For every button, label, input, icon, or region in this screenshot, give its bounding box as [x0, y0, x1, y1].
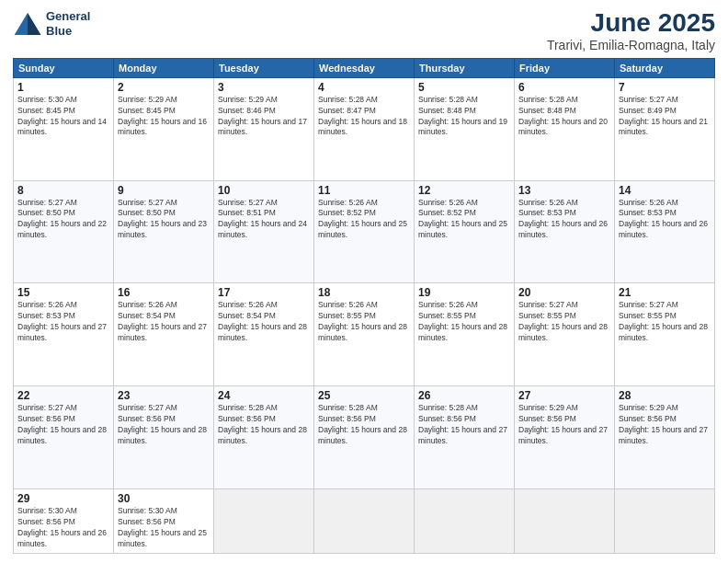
day-number: 17 — [218, 286, 310, 299]
day-info: Sunrise: 5:28 AMSunset: 8:48 PMDaylight:… — [518, 95, 610, 139]
table-row: 13Sunrise: 5:26 AMSunset: 8:53 PMDayligh… — [515, 180, 615, 283]
day-info: Sunrise: 5:29 AMSunset: 8:46 PMDaylight:… — [218, 95, 310, 139]
day-info: Sunrise: 5:29 AMSunset: 8:45 PMDaylight:… — [118, 95, 210, 139]
day-info: Sunrise: 5:30 AMSunset: 8:45 PMDaylight:… — [17, 95, 109, 139]
day-number: 18 — [318, 286, 410, 299]
page: General Blue June 2025 Trarivi, Emilia-R… — [0, 0, 728, 563]
day-number: 13 — [518, 184, 610, 197]
svg-marker-1 — [28, 13, 40, 35]
day-number: 11 — [318, 184, 410, 197]
col-wednesday: Wednesday — [314, 58, 415, 77]
logo-icon — [13, 11, 42, 37]
table-row: 28Sunrise: 5:29 AMSunset: 8:56 PMDayligh… — [615, 386, 715, 489]
table-row: 14Sunrise: 5:26 AMSunset: 8:53 PMDayligh… — [615, 180, 715, 283]
table-row: 18Sunrise: 5:26 AMSunset: 8:55 PMDayligh… — [314, 283, 415, 386]
calendar-week-row: 29Sunrise: 5:30 AMSunset: 8:56 PMDayligh… — [14, 489, 715, 554]
calendar-week-row: 8Sunrise: 5:27 AMSunset: 8:50 PMDaylight… — [14, 180, 715, 283]
table-row: 1Sunrise: 5:30 AMSunset: 8:45 PMDaylight… — [14, 77, 114, 180]
day-info: Sunrise: 5:27 AMSunset: 8:56 PMDaylight:… — [118, 403, 210, 447]
day-number: 15 — [17, 286, 109, 299]
table-row: 8Sunrise: 5:27 AMSunset: 8:50 PMDaylight… — [14, 180, 114, 283]
logo-text: General Blue — [46, 9, 90, 38]
day-info: Sunrise: 5:26 AMSunset: 8:53 PMDaylight:… — [17, 300, 109, 344]
table-row: 5Sunrise: 5:28 AMSunset: 8:48 PMDaylight… — [415, 77, 515, 180]
table-row — [314, 489, 415, 554]
table-row: 15Sunrise: 5:26 AMSunset: 8:53 PMDayligh… — [14, 283, 114, 386]
table-row: 11Sunrise: 5:26 AMSunset: 8:52 PMDayligh… — [314, 180, 415, 283]
location-title: Trarivi, Emilia-Romagna, Italy — [547, 38, 715, 52]
day-number: 27 — [518, 389, 610, 402]
day-info: Sunrise: 5:29 AMSunset: 8:56 PMDaylight:… — [619, 403, 711, 447]
day-number: 21 — [619, 286, 711, 299]
col-friday: Friday — [515, 58, 615, 77]
table-row: 30Sunrise: 5:30 AMSunset: 8:56 PMDayligh… — [114, 489, 214, 554]
col-thursday: Thursday — [415, 58, 515, 77]
month-title: June 2025 — [547, 9, 715, 38]
day-number: 5 — [418, 81, 510, 94]
col-sunday: Sunday — [14, 58, 114, 77]
col-saturday: Saturday — [615, 58, 715, 77]
calendar-week-row: 1Sunrise: 5:30 AMSunset: 8:45 PMDaylight… — [14, 77, 715, 180]
table-row: 27Sunrise: 5:29 AMSunset: 8:56 PMDayligh… — [515, 386, 615, 489]
table-row: 3Sunrise: 5:29 AMSunset: 8:46 PMDaylight… — [214, 77, 314, 180]
table-row: 4Sunrise: 5:28 AMSunset: 8:47 PMDaylight… — [314, 77, 415, 180]
day-number: 19 — [418, 286, 510, 299]
table-row — [415, 489, 515, 554]
day-info: Sunrise: 5:28 AMSunset: 8:47 PMDaylight:… — [318, 95, 410, 139]
day-info: Sunrise: 5:28 AMSunset: 8:56 PMDaylight:… — [418, 403, 510, 447]
day-info: Sunrise: 5:26 AMSunset: 8:55 PMDaylight:… — [418, 300, 510, 344]
day-number: 8 — [17, 184, 109, 197]
day-info: Sunrise: 5:26 AMSunset: 8:52 PMDaylight:… — [418, 198, 510, 242]
calendar-header-row: Sunday Monday Tuesday Wednesday Thursday… — [14, 58, 715, 77]
table-row: 6Sunrise: 5:28 AMSunset: 8:48 PMDaylight… — [515, 77, 615, 180]
table-row: 7Sunrise: 5:27 AMSunset: 8:49 PMDaylight… — [615, 77, 715, 180]
day-number: 20 — [518, 286, 610, 299]
table-row: 29Sunrise: 5:30 AMSunset: 8:56 PMDayligh… — [14, 489, 114, 554]
calendar-week-row: 15Sunrise: 5:26 AMSunset: 8:53 PMDayligh… — [14, 283, 715, 386]
day-info: Sunrise: 5:27 AMSunset: 8:49 PMDaylight:… — [619, 95, 711, 139]
table-row: 26Sunrise: 5:28 AMSunset: 8:56 PMDayligh… — [415, 386, 515, 489]
day-number: 12 — [418, 184, 510, 197]
day-number: 2 — [118, 81, 210, 94]
table-row — [515, 489, 615, 554]
day-number: 6 — [518, 81, 610, 94]
header: General Blue June 2025 Trarivi, Emilia-R… — [13, 9, 715, 52]
table-row — [615, 489, 715, 554]
day-number: 1 — [17, 81, 109, 94]
day-number: 7 — [619, 81, 711, 94]
table-row: 9Sunrise: 5:27 AMSunset: 8:50 PMDaylight… — [114, 180, 214, 283]
day-info: Sunrise: 5:27 AMSunset: 8:51 PMDaylight:… — [218, 198, 310, 242]
day-number: 29 — [17, 492, 109, 505]
table-row: 22Sunrise: 5:27 AMSunset: 8:56 PMDayligh… — [14, 386, 114, 489]
day-info: Sunrise: 5:26 AMSunset: 8:54 PMDaylight:… — [218, 300, 310, 344]
calendar-week-row: 22Sunrise: 5:27 AMSunset: 8:56 PMDayligh… — [14, 386, 715, 489]
day-number: 9 — [118, 184, 210, 197]
day-info: Sunrise: 5:26 AMSunset: 8:52 PMDaylight:… — [318, 198, 410, 242]
table-row: 25Sunrise: 5:28 AMSunset: 8:56 PMDayligh… — [314, 386, 415, 489]
day-info: Sunrise: 5:27 AMSunset: 8:50 PMDaylight:… — [118, 198, 210, 242]
table-row: 16Sunrise: 5:26 AMSunset: 8:54 PMDayligh… — [114, 283, 214, 386]
day-number: 28 — [619, 389, 711, 402]
calendar-table: Sunday Monday Tuesday Wednesday Thursday… — [13, 58, 715, 554]
table-row: 17Sunrise: 5:26 AMSunset: 8:54 PMDayligh… — [214, 283, 314, 386]
day-number: 3 — [218, 81, 310, 94]
table-row: 2Sunrise: 5:29 AMSunset: 8:45 PMDaylight… — [114, 77, 214, 180]
day-number: 30 — [118, 492, 210, 505]
day-number: 14 — [619, 184, 711, 197]
logo: General Blue — [13, 9, 90, 38]
day-info: Sunrise: 5:26 AMSunset: 8:54 PMDaylight:… — [118, 300, 210, 344]
day-info: Sunrise: 5:29 AMSunset: 8:56 PMDaylight:… — [518, 403, 610, 447]
day-info: Sunrise: 5:26 AMSunset: 8:53 PMDaylight:… — [518, 198, 610, 242]
day-info: Sunrise: 5:27 AMSunset: 8:55 PMDaylight:… — [518, 300, 610, 344]
table-row: 10Sunrise: 5:27 AMSunset: 8:51 PMDayligh… — [214, 180, 314, 283]
day-info: Sunrise: 5:27 AMSunset: 8:56 PMDaylight:… — [17, 403, 109, 447]
table-row: 20Sunrise: 5:27 AMSunset: 8:55 PMDayligh… — [515, 283, 615, 386]
day-number: 4 — [318, 81, 410, 94]
day-info: Sunrise: 5:26 AMSunset: 8:53 PMDaylight:… — [619, 198, 711, 242]
table-row: 19Sunrise: 5:26 AMSunset: 8:55 PMDayligh… — [415, 283, 515, 386]
day-info: Sunrise: 5:27 AMSunset: 8:50 PMDaylight:… — [17, 198, 109, 242]
day-info: Sunrise: 5:27 AMSunset: 8:55 PMDaylight:… — [619, 300, 711, 344]
day-number: 26 — [418, 389, 510, 402]
table-row: 21Sunrise: 5:27 AMSunset: 8:55 PMDayligh… — [615, 283, 715, 386]
col-tuesday: Tuesday — [214, 58, 314, 77]
